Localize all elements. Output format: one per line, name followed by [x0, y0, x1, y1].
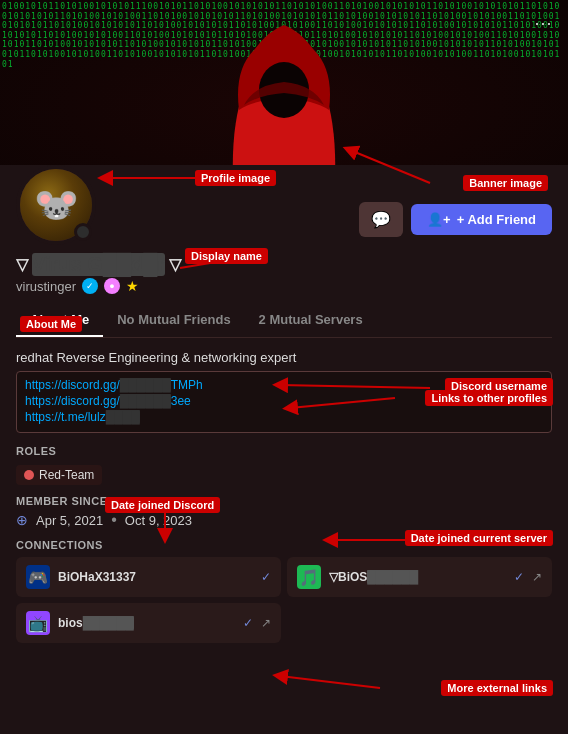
tab-mutual-servers[interactable]: 2 Mutual Servers: [245, 304, 377, 337]
about-me-section: redhat Reverse Engineering & networking …: [16, 350, 552, 433]
svg-line-9: [280, 676, 380, 688]
roles-label: Roles: [16, 445, 552, 457]
name-text: Virus G██d█r: [32, 253, 165, 276]
psn-username: BiOHaX31337: [58, 570, 253, 584]
star-badge: ★: [126, 278, 139, 294]
connection-psn: 🎮 BiOHaX31337 ✓: [16, 557, 281, 597]
twitch-external-link[interactable]: ↗: [261, 616, 271, 630]
date-separator: •: [111, 511, 117, 529]
connections-grid: 🎮 BiOHaX31337 ✓ 🎵 ▽BiOS██████ ✓ ↗ 📺 bios…: [16, 557, 552, 643]
profile-card: 0100101011010100101010111001010110101001…: [0, 0, 568, 734]
avatar-icon: 🐭: [34, 184, 79, 226]
role-badge-red-team: Red-Team: [16, 465, 102, 485]
server-join-date: Oct 9, 2023: [125, 513, 192, 528]
twitch-icon: 📺: [26, 611, 50, 635]
name-prefix: ▽: [16, 255, 28, 274]
role-color-dot: [24, 470, 34, 480]
roles-section: Roles Red-Team: [16, 445, 552, 485]
online-status-dot: [74, 223, 92, 241]
spotify-icon: 🎵: [297, 565, 321, 589]
about-description: redhat Reverse Engineering & networking …: [16, 350, 552, 365]
discord-join-date: Apr 5, 2021: [36, 513, 103, 528]
nitro-badge: ●: [104, 278, 120, 294]
action-buttons: 💬 👤+ + Add Friend: [359, 202, 552, 237]
twitch-username: bios██████: [58, 616, 235, 630]
psn-icon: 🎮: [26, 565, 50, 589]
avatar-wrapper: 🐭: [16, 165, 96, 245]
links-box: https://discord.gg/██████TMPh https://di…: [16, 371, 552, 433]
spotify-username: ▽BiOS██████: [329, 570, 506, 584]
tab-about-me[interactable]: About Me: [16, 304, 103, 337]
connections-label: Connections: [16, 539, 552, 551]
member-since-label: Member Since: [16, 495, 552, 507]
username-row: virustinger ✓ ● ★: [16, 278, 552, 294]
connection-spotify: 🎵 ▽BiOS██████ ✓ ↗: [287, 557, 552, 597]
annotation-more-links: More external links: [441, 680, 553, 696]
add-friend-icon: 👤+: [427, 212, 451, 227]
twitch-verified: ✓: [243, 616, 253, 630]
member-since-section: Member Since ⊕ Apr 5, 2021 • Oct 9, 2023: [16, 495, 552, 529]
add-friend-button[interactable]: 👤+ + Add Friend: [411, 204, 552, 235]
more-options-button[interactable]: ⋯: [534, 12, 552, 34]
name-suffix: ▽: [169, 255, 181, 274]
connection-twitch: 📺 bios██████ ✓ ↗: [16, 603, 281, 643]
tab-mutual-friends[interactable]: No Mutual Friends: [103, 304, 244, 337]
profile-tabs: About Me No Mutual Friends 2 Mutual Serv…: [16, 304, 552, 338]
link-1[interactable]: https://discord.gg/██████TMPh: [25, 378, 543, 392]
message-button[interactable]: 💬: [359, 202, 403, 237]
link-3[interactable]: https://t.me/lulz████: [25, 410, 543, 424]
discord-icon: ⊕: [16, 512, 28, 528]
verified-badge: ✓: [82, 278, 98, 294]
add-friend-label: + Add Friend: [457, 212, 536, 227]
connections-section: Connections 🎮 BiOHaX31337 ✓ 🎵 ▽BiOS█████…: [16, 539, 552, 643]
member-since-dates: ⊕ Apr 5, 2021 • Oct 9, 2023: [16, 511, 552, 529]
spotify-external-link[interactable]: ↗: [532, 570, 542, 584]
avatar-row: 🐭 💬 👤+ + Add Friend: [16, 165, 552, 245]
psn-verified: ✓: [261, 570, 271, 584]
link-2[interactable]: https://discord.gg/██████3ee: [25, 394, 543, 408]
spotify-verified: ✓: [514, 570, 524, 584]
profile-body: 🐭 💬 👤+ + Add Friend ▽ Virus G██d█r ▽ vir…: [0, 165, 568, 655]
display-name: ▽ Virus G██d█r ▽: [16, 253, 552, 276]
username-text: virustinger: [16, 279, 76, 294]
role-name: Red-Team: [39, 468, 94, 482]
